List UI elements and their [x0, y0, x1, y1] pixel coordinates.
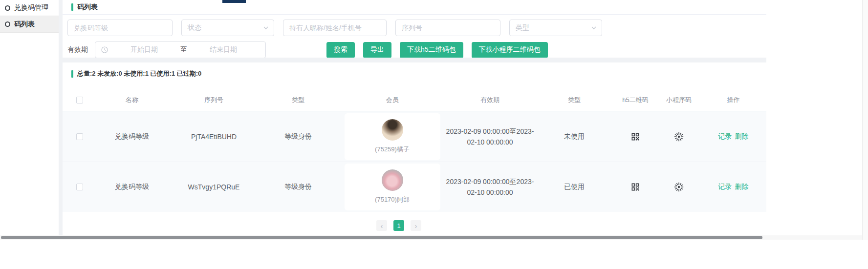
summary-row: 总量:2 未发放:0 未使用:1 已使用:1 已过期:0	[63, 62, 766, 78]
filter-row-2: 有效期 开始日期 至 结束日期 搜索 导出 下载h5二维码包 下载小程序二维码包	[67, 41, 766, 58]
miniprogram-sun-code-icon[interactable]	[657, 131, 700, 142]
vertical-scrollbar[interactable]	[862, 0, 868, 240]
cell-type: 等级身份	[257, 183, 340, 191]
app-window: 兑换码管理 码列表 码列表 状态	[0, 0, 868, 235]
sidebar-item-label: 兑换码管理	[14, 3, 48, 12]
chevron-down-icon	[263, 25, 269, 31]
filter-row-1: 状态 类型	[67, 20, 766, 36]
header-status: 类型	[535, 96, 613, 104]
horizontal-scrollbar[interactable]	[0, 235, 862, 240]
miniprogram-sun-code-icon[interactable]	[657, 182, 700, 192]
cell-serial: WsTvgy1PQRuE	[171, 183, 257, 191]
table-row: 兑换码等级 PjTA4EtiBUHD 等级身份 (75259)橘子 2023-0…	[63, 111, 766, 162]
type-select[interactable]: 类型	[509, 20, 602, 36]
main-content: 码列表 状态 类型	[63, 0, 868, 235]
avatar	[382, 119, 403, 141]
h5-qr-code-icon[interactable]	[613, 182, 657, 192]
header-member: 会员	[340, 96, 445, 104]
top-edge-artifact	[222, 0, 246, 3]
sidebar-item-code-list[interactable]: 码列表	[0, 16, 59, 33]
row-actions: 记录 删除	[718, 183, 749, 191]
header-miniprogram-qr: 小程序码	[657, 96, 700, 104]
search-button[interactable]: 搜索	[326, 42, 355, 58]
cell-validity: 2023-02-09 00:00:00至2023-02-10 00:00:00	[445, 176, 535, 198]
table-header-row: 名称 序列号 类型 会员 有效期 类型 h5二维码 小程序码 操作	[63, 89, 766, 111]
cell-type: 等级身份	[257, 132, 340, 141]
card-gap	[63, 58, 766, 62]
cell-status: 未使用	[535, 132, 613, 141]
table-row: 兑换码等级 WsTvgy1PQRuE 等级身份 (75170)阿部 2023-0…	[63, 162, 766, 212]
sidebar: 兑换码管理 码列表	[0, 0, 59, 235]
type-select-value: 类型	[516, 23, 529, 32]
pagination-prev-icon[interactable]: ‹	[376, 220, 387, 231]
header-type: 类型	[257, 96, 340, 104]
page-title: 码列表	[77, 3, 98, 12]
download-miniprogram-qr-button[interactable]: 下载小程序二维码包	[472, 42, 548, 58]
download-h5-qr-button[interactable]: 下载h5二维码包	[400, 42, 463, 58]
action-button-group: 搜索 导出 下载h5二维码包 下载小程序二维码包	[326, 42, 548, 58]
chevron-down-icon	[591, 25, 597, 31]
cell-name: 兑换码等级	[93, 183, 171, 191]
holder-input[interactable]	[283, 20, 387, 36]
header-validity: 有效期	[445, 96, 535, 104]
date-range-picker[interactable]: 开始日期 至 结束日期	[95, 41, 266, 58]
member-name: (75259)橘子	[375, 145, 410, 154]
pagination-page-1[interactable]: 1	[393, 220, 404, 231]
sidebar-item-label: 码列表	[14, 20, 35, 29]
header-actions: 操作	[700, 96, 766, 104]
delete-link[interactable]: 删除	[735, 132, 749, 141]
filter-card: 码列表 状态 类型	[63, 0, 766, 58]
circle-icon	[5, 21, 10, 27]
member-name: (75170)阿部	[375, 195, 410, 204]
status-select[interactable]: 状态	[181, 20, 274, 36]
delete-link[interactable]: 删除	[735, 183, 749, 191]
header-serial: 序列号	[171, 96, 257, 104]
title-accent-bar	[71, 3, 73, 11]
status-select-value: 状态	[188, 23, 201, 32]
export-button[interactable]: 导出	[363, 42, 391, 58]
sidebar-item-code-manage[interactable]: 兑换码管理	[0, 0, 59, 16]
circle-icon	[5, 5, 10, 11]
serial-input[interactable]	[395, 20, 500, 36]
end-date-placeholder: 结束日期	[187, 45, 260, 54]
pagination: ‹ 1 ›	[376, 220, 421, 231]
row-actions: 记录 删除	[718, 132, 749, 141]
header-name: 名称	[93, 96, 171, 104]
cell-name: 兑换码等级	[93, 132, 171, 141]
horizontal-scrollbar-thumb[interactable]	[1, 236, 762, 239]
record-link[interactable]: 记录	[718, 183, 732, 191]
summary-accent-bar	[71, 70, 73, 78]
sidebar-divider	[59, 0, 63, 235]
code-level-input[interactable]	[67, 20, 173, 36]
cell-validity: 2023-02-09 00:00:00至2023-02-10 00:00:00	[445, 126, 535, 147]
pagination-next-icon[interactable]: ›	[411, 220, 421, 231]
cell-status: 已使用	[535, 183, 613, 191]
record-link[interactable]: 记录	[718, 132, 732, 141]
clock-icon	[101, 46, 108, 53]
date-range-separator: 至	[180, 45, 187, 54]
member-card: (75170)阿部	[345, 164, 440, 210]
validity-label: 有效期	[67, 45, 88, 54]
h5-qr-code-icon[interactable]	[613, 132, 657, 142]
header-h5-qr: h5二维码	[613, 96, 657, 104]
start-date-placeholder: 开始日期	[108, 45, 180, 54]
card-title-row: 码列表	[63, 0, 766, 15]
summary-text: 总量:2 未发放:0 未使用:1 已使用:1 已过期:0	[77, 69, 201, 78]
cell-serial: PjTA4EtiBUHD	[171, 133, 257, 141]
avatar	[382, 169, 403, 191]
select-all-checkbox[interactable]	[76, 97, 83, 103]
table-card: 总量:2 未发放:0 未使用:1 已使用:1 已过期:0 名称 序列号 类型 会…	[63, 62, 766, 235]
row-checkbox[interactable]	[76, 184, 83, 190]
row-checkbox[interactable]	[76, 133, 83, 140]
member-card: (75259)橘子	[345, 113, 440, 160]
